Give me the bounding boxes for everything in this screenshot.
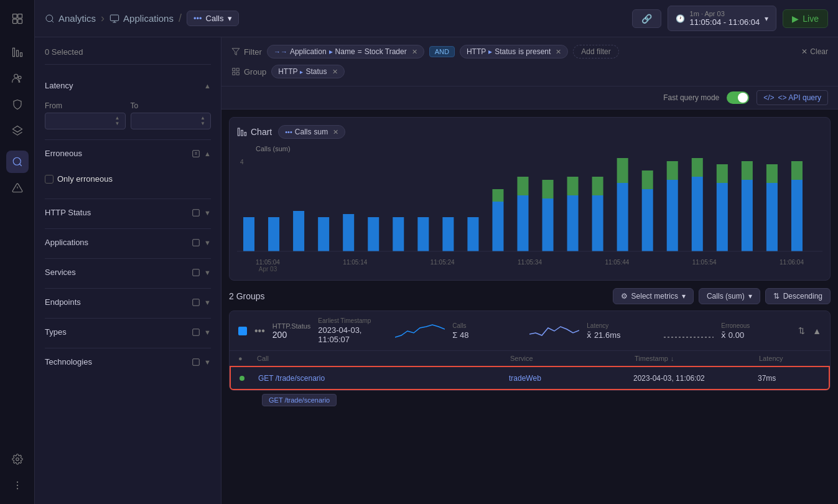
svg-rect-27 <box>193 239 200 246</box>
link-button[interactable]: 🔗 <box>632 9 661 28</box>
sidebar-icon-layers[interactable] <box>6 119 29 142</box>
chart-section: Chart ••• Calls sum ✕ Calls (sum) <box>229 117 831 281</box>
sort-label: Descending <box>783 292 822 301</box>
latency-to-input[interactable]: ▲ ▼ <box>131 113 212 129</box>
filter-area: Filter →→ Application ▸ Name = Stock Tra… <box>221 37 838 86</box>
group-earliest-ts: Earliest Timestamp 2023-04-03, 11:05:07 <box>318 317 388 344</box>
play-icon: ▶ <box>792 14 799 24</box>
only-erroneous-checkbox[interactable] <box>45 175 54 184</box>
time-range-button[interactable]: 🕐 1m · Apr 03 11:05:04 - 11:06:04 ▾ <box>668 6 777 31</box>
endpoints-header[interactable]: Endpoints ▼ <box>45 291 211 313</box>
types-header[interactable]: Types ▼ <box>45 321 211 343</box>
breadcrumb-applications[interactable]: Applications <box>109 13 174 24</box>
timestamp-value: 2023-04-03, 11:06:02 <box>633 374 705 383</box>
services-header[interactable]: Services ▼ <box>45 261 211 283</box>
group-chip-arrow-icon: ▸ <box>300 68 303 75</box>
apps-chevron-icon: ▼ <box>204 239 211 246</box>
calls-chip-close-icon[interactable]: ✕ <box>333 128 338 136</box>
group-chip-http-status[interactable]: HTTP ▸ Status ✕ <box>271 65 344 78</box>
sidebar-icon-more[interactable] <box>6 474 29 497</box>
http-status-label: HTTP Status <box>45 208 91 217</box>
fast-query-toggle[interactable] <box>727 91 749 104</box>
erroneous-filter-icon <box>192 149 200 158</box>
svg-point-17 <box>16 488 17 489</box>
filter-label: Filter <box>231 47 262 57</box>
applications-header[interactable]: Applications ▼ <box>45 231 211 253</box>
from-down-icon[interactable]: ▼ <box>115 121 120 126</box>
svg-rect-38 <box>241 130 243 136</box>
breadcrumb-sep2: / <box>179 12 182 25</box>
sidebar-icon-settings[interactable] <box>6 448 29 470</box>
topbar-right: 🔗 🕐 1m · Apr 03 11:05:04 - 11:06:04 ▾ ▶ … <box>632 6 828 31</box>
group-chip-value: Status <box>305 67 327 76</box>
group-data-header-200: ••• HTTP.Status 200 Earliest Timestamp 2… <box>230 311 830 350</box>
chip-http-close-icon[interactable]: ✕ <box>556 48 561 56</box>
to-down-icon[interactable]: ▼ <box>200 121 205 126</box>
svg-rect-44 <box>318 217 329 251</box>
expand-sort-icon[interactable]: ⇅ <box>798 326 805 335</box>
svg-rect-55 <box>542 198 554 251</box>
sidebar-icon-chart[interactable] <box>6 41 29 63</box>
code-icon: </> <box>763 93 774 102</box>
technologies-header[interactable]: Technologies ▼ <box>45 351 211 373</box>
latency-inputs: From ▲ ▼ To <box>45 101 211 129</box>
http-status-header[interactable]: HTTP Status ▼ <box>45 202 211 223</box>
from-up-icon[interactable]: ▲ <box>115 116 120 121</box>
tooltip-popup: GET /trade/scenario <box>262 394 337 406</box>
time-label: 1m · Apr 03 <box>690 10 760 17</box>
chart-calls-chip[interactable]: ••• Calls sum ✕ <box>278 125 345 139</box>
link-icon: 🔗 <box>641 14 652 24</box>
add-filter-button[interactable]: Add filter <box>573 45 618 58</box>
group-icon <box>231 67 240 76</box>
call-link[interactable]: GET /trade/scenario <box>258 374 325 383</box>
from-spinners: ▲ ▼ <box>115 116 120 126</box>
chip-app-value: Stock Trader <box>365 47 407 56</box>
clock-icon: 🕐 <box>676 14 685 23</box>
select-metrics-label: Select metrics <box>631 292 678 301</box>
erroneous-header[interactable]: Erroneous ▲ <box>45 142 211 164</box>
sidebar-icon-shield[interactable] <box>6 93 29 116</box>
expand-chevron-icon[interactable]: ▲ <box>812 326 821 336</box>
clear-button[interactable]: ✕ Clear <box>801 47 828 56</box>
latency-header[interactable]: Latency ▲ <box>45 75 211 96</box>
select-metrics-button[interactable]: ⚙ Select metrics ▾ <box>613 288 694 304</box>
clear-x-icon: ✕ <box>801 47 808 56</box>
service-col-header: Service <box>510 355 635 362</box>
sidebar-icon-home[interactable] <box>6 7 29 30</box>
chip-http-subkey: Status <box>495 47 516 56</box>
svg-rect-61 <box>617 183 628 251</box>
breadcrumb-applications-label: Applications <box>123 13 174 24</box>
svg-rect-33 <box>233 68 235 71</box>
sidebar-icon-group[interactable] <box>6 67 29 90</box>
calls-chip-label: Calls <box>295 128 312 136</box>
bar-chart-icon <box>237 127 247 137</box>
live-button[interactable]: ▶ Live <box>783 9 828 28</box>
group-chip-close-icon[interactable]: ✕ <box>332 68 338 76</box>
svg-rect-30 <box>193 329 200 335</box>
svg-rect-52 <box>492 189 503 202</box>
api-query-button[interactable]: </> <> API query <box>757 90 828 105</box>
latency-from-input[interactable]: ▲ ▼ <box>45 113 126 129</box>
sidebar-icon-warning[interactable] <box>6 177 29 199</box>
calls-dropdown[interactable]: ••• Calls ▾ <box>187 11 239 26</box>
group-color-200 <box>238 327 247 335</box>
fast-query-label: Fast query mode <box>663 93 719 102</box>
svg-rect-69 <box>717 183 728 251</box>
filter-chip-http[interactable]: HTTP ▸ Status is present ✕ <box>460 45 568 58</box>
applications-icon <box>109 14 119 24</box>
x-label-3: 11:05:34 <box>518 259 542 273</box>
breadcrumb-analytics[interactable]: Analytics <box>45 13 96 24</box>
calls-chip-icon: ••• <box>285 128 292 136</box>
filter-chip-application[interactable]: →→ Application ▸ Name = Stock Trader ✕ <box>267 45 424 58</box>
calls-sum-button[interactable]: Calls (sum) ▾ <box>699 288 760 304</box>
row-latency: 37ms <box>758 373 820 383</box>
api-query-label: <> API query <box>778 93 821 102</box>
svg-rect-46 <box>368 217 379 251</box>
descending-button[interactable]: ⇅ Descending <box>765 288 831 304</box>
sidebar-icon-search[interactable] <box>6 151 29 173</box>
to-up-icon[interactable]: ▲ <box>200 116 205 121</box>
svg-line-11 <box>19 164 21 166</box>
latency-from-group: From ▲ ▼ <box>45 101 126 129</box>
chip-app-close-icon[interactable]: ✕ <box>412 48 417 56</box>
svg-rect-75 <box>791 180 803 251</box>
